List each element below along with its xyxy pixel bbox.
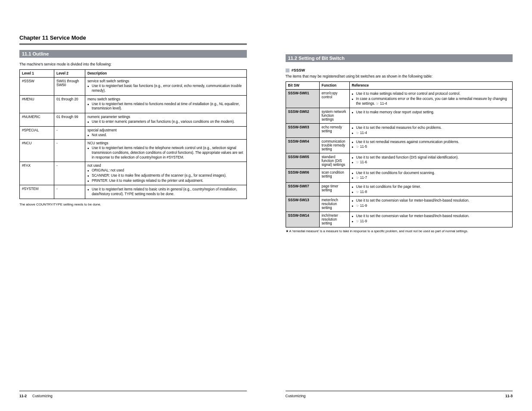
table-cell: error/copy control xyxy=(319,90,349,108)
table-cell: Use it to make settings related to error… xyxy=(349,90,513,108)
table-cell: 01 through 99 xyxy=(54,113,85,127)
table-cell: SSSW-SW05 xyxy=(286,153,319,168)
table-cell: #SPECIAL xyxy=(20,126,54,140)
right-page-number: 11-3 xyxy=(500,394,513,398)
table-cell: SSSW-SW03 xyxy=(286,124,319,137)
th-reference: Reference xyxy=(349,82,513,90)
chapter-title: Chapter 11 Service Mode xyxy=(19,34,247,41)
table-cell: SSSW-SW14 xyxy=(286,212,319,227)
sssw-table: Bit SW Function Reference SSSW-SW01error… xyxy=(286,81,513,227)
sssw-subheading: #SSSW xyxy=(286,68,513,72)
table-cell: #NCU xyxy=(20,140,54,162)
left-footer: 11-2 Customizing xyxy=(19,391,247,398)
table-cell: SSSW-SW04 xyxy=(286,137,319,153)
table-cell: - xyxy=(54,140,85,162)
th-bitsw: Bit SW xyxy=(286,82,319,90)
table-cell: 01 through 20 xyxy=(54,95,85,113)
table-cell: page timer setting xyxy=(319,183,349,196)
table-cell: Use it to make memory clear report outpu… xyxy=(349,108,513,124)
right-footer-label: Customizing xyxy=(286,394,306,398)
table-cell: NCU settingsUse it to register/set items… xyxy=(85,140,247,162)
right-footer: Customizing 11-3 xyxy=(286,391,513,398)
table-cell: #SSSW xyxy=(20,78,54,95)
left-footer-label: Customizing xyxy=(32,394,53,398)
left-footnote: The above COUNTRY/TYPE setting needs to … xyxy=(19,202,247,207)
chapter-rule xyxy=(19,44,247,45)
table-cell: - xyxy=(54,162,85,185)
table-cell: echo remedy setting xyxy=(319,124,349,137)
th-level1: Level 1 xyxy=(20,70,54,78)
th-level2: Level 2 xyxy=(54,70,85,78)
table-cell: SW01 through SW50 xyxy=(54,78,85,95)
table-cell: meter/inch resolution setting xyxy=(319,196,349,212)
left-page-number: 11-2 xyxy=(19,394,32,398)
table-cell: menu switch settingsUse it to register/s… xyxy=(85,95,247,113)
table-cell: Use it to set remedial measures against … xyxy=(349,137,513,153)
table-cell: #FAX xyxy=(20,162,54,185)
outline-table: Level 1 Level 2 Description #SSSWSW01 th… xyxy=(19,69,247,199)
table-cell: service soft switch settingsUse it to re… xyxy=(85,78,247,95)
table-cell: Use it to set the conversion value for m… xyxy=(349,212,513,227)
table-cell: special adjustmentNot used. xyxy=(85,126,247,140)
sssw-label: #SSSW xyxy=(292,68,305,72)
th-function: Function xyxy=(319,82,349,90)
table-cell: Use it to set the standard function (DIS… xyxy=(349,153,513,168)
table-cell: #SYSTEM xyxy=(20,185,54,199)
table-cell: Use it to set the conversion value for m… xyxy=(349,196,513,212)
table-cell: SSSW-SW02 xyxy=(286,108,319,124)
note-text: ★ A 'remedial measure' is a measure to t… xyxy=(286,229,513,234)
square-bullet-icon xyxy=(286,68,289,72)
table-cell: SSSW-SW06 xyxy=(286,168,319,182)
table-cell: - xyxy=(54,126,85,140)
table-cell: SSSW-SW13 xyxy=(286,196,319,212)
table-cell: standard function (DIS signal) settings xyxy=(319,153,349,168)
table-cell: #NUMERIC xyxy=(20,113,54,127)
table-cell: SSSW-SW07 xyxy=(286,183,319,196)
table-cell: communication trouble remedy setting xyxy=(319,137,349,153)
table-cell: Use it to set the remedial measures for … xyxy=(349,124,513,137)
right-intro: The items that may be registered/set usi… xyxy=(286,74,513,79)
table-cell: SSSW-SW01 xyxy=(286,90,319,108)
table-cell: numeric parameter settingsUse it to ente… xyxy=(85,113,247,127)
section-bar-right: 11.2 Setting of Bit Switch xyxy=(286,54,513,62)
table-cell: scan condition setting xyxy=(319,168,349,182)
th-desc: Description xyxy=(85,70,247,78)
table-cell: Use it to set the conditions for documen… xyxy=(349,168,513,182)
right-page: 11.2 Setting of Bit Switch #SSSW The ite… xyxy=(266,0,532,411)
table-cell: Use it to set conditions for the page ti… xyxy=(349,183,513,196)
table-cell: system network function settings xyxy=(319,108,349,124)
table-cell: #MENU xyxy=(20,95,54,113)
table-cell: Use it to register/set items related to … xyxy=(85,185,247,199)
table-cell: not usedORIGINAL: not usedSCANNER: Use i… xyxy=(85,162,247,185)
table-cell: inch/meter resolution setting xyxy=(319,212,349,227)
left-intro: The machine's service mode is divided in… xyxy=(19,62,247,67)
left-page: Chapter 11 Service Mode 11.1 Outline The… xyxy=(0,0,266,411)
section-bar-left: 11.1 Outline xyxy=(19,50,247,58)
table-cell: - xyxy=(54,185,85,199)
